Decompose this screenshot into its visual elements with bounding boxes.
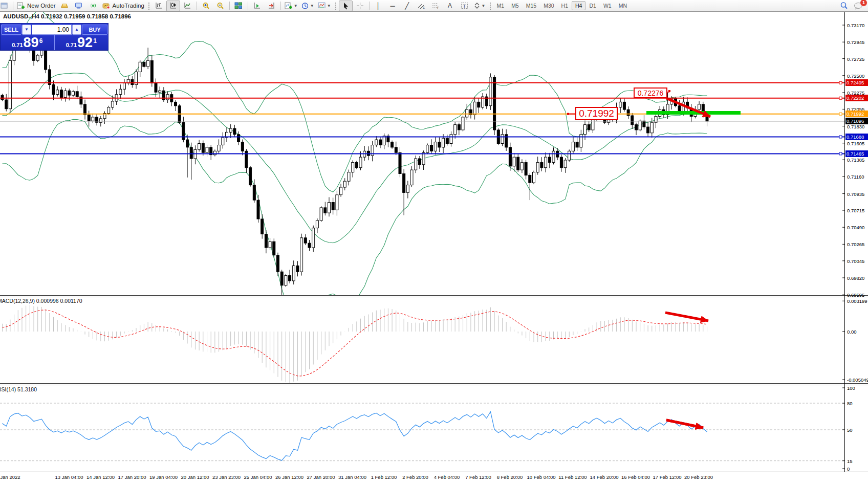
ask-price[interactable]: 0.71 92 1 [54, 35, 108, 50]
bid-price-main: 89 [24, 36, 39, 50]
chart-canvas[interactable] [0, 0, 868, 484]
volume-increase-button[interactable]: ▲ [72, 25, 81, 35]
toolbar-drag-handle[interactable] [335, 2, 337, 10]
time-tick: 14 Jan 12:00 [86, 474, 115, 480]
price-badge: 0.71992 [845, 111, 868, 117]
price-badge: 0.71896 [845, 118, 868, 124]
timeframe-h4[interactable]: H4 [572, 1, 585, 10]
bid-price-pip: 6 [39, 37, 43, 45]
caret-icon: ▼ [327, 4, 331, 8]
macd-tick: -0.005049 [847, 377, 867, 383]
timeframe-m1[interactable]: M1 [493, 1, 508, 10]
new-order-icon [17, 2, 25, 10]
time-tick: 8 Feb 20:00 [497, 474, 523, 480]
zoom-out-icon[interactable] [213, 1, 227, 11]
price-tick: 0.71605 [847, 141, 867, 146]
toolbar-drag-handle[interactable] [489, 2, 491, 10]
price-tick: 0.71385 [847, 157, 867, 163]
candlestick-chart-icon[interactable] [166, 1, 180, 11]
templates-dropdown[interactable]: ▼ [316, 1, 333, 11]
time-tick: 7 Feb 12:00 [465, 474, 491, 480]
price-axis[interactable] [844, 12, 845, 472]
price-tick: 0.72725 [847, 56, 867, 62]
trendline-icon[interactable]: ╱ [400, 1, 414, 11]
time-tick: 31 Jan 04:00 [338, 474, 366, 480]
subwindow-separator[interactable] [0, 383, 868, 385]
autotrading-icon [102, 3, 111, 9]
time-axis[interactable] [0, 472, 868, 472]
divider [13, 2, 13, 10]
buy-button[interactable]: BUY [82, 25, 107, 35]
toolbar-drag-handle[interactable] [148, 2, 150, 10]
subwindow-separator[interactable] [0, 295, 868, 297]
timeframe-d1[interactable]: D1 [585, 1, 599, 10]
tile-windows-icon[interactable] [232, 1, 246, 11]
time-tick: 20 Jan 12:00 [181, 474, 209, 480]
fibonacci-icon[interactable]: F [429, 1, 443, 11]
chart-window-icon[interactable] [0, 1, 11, 11]
volume-decrease-button[interactable]: ▼ [22, 25, 31, 35]
text-icon[interactable]: A [443, 1, 457, 11]
arrows-dropdown[interactable]: ▼ [472, 1, 487, 11]
divider [280, 2, 281, 10]
caret-icon: ▼ [482, 4, 486, 8]
bar-chart-icon[interactable] [152, 1, 166, 11]
price-badge: 0.72405 [845, 79, 868, 86]
time-tick: 11 Feb 12:00 [558, 474, 587, 480]
svg-text:F: F [437, 6, 439, 9]
auto-scroll-icon[interactable] [250, 1, 264, 11]
horizontal-line-icon[interactable]: ─ [386, 1, 400, 11]
metaeditor-icon[interactable] [72, 1, 86, 11]
autotrading-button[interactable]: AutoTrading [101, 1, 146, 11]
crosshair-icon[interactable] [353, 1, 367, 11]
timeframe-w1[interactable]: W1 [600, 1, 615, 10]
time-tick: 17 Jan 20:00 [118, 474, 146, 480]
signals-icon[interactable] [86, 1, 100, 11]
price-badge: 0.72202 [845, 95, 868, 101]
new-order-label: New Order [27, 3, 56, 9]
text-label-icon[interactable]: T [458, 1, 471, 11]
time-tick: 25 Jan 04:00 [244, 474, 272, 480]
rsi-tick: 80 [847, 401, 867, 406]
price-tick: 0.73170 [847, 23, 867, 28]
timeframe-m15[interactable]: M15 [523, 1, 540, 10]
timeframe-mn[interactable]: MN [615, 1, 631, 10]
deposit-icon[interactable] [58, 1, 72, 11]
price-tick: 0.72945 [847, 39, 867, 45]
timeframe-m30[interactable]: M30 [540, 1, 557, 10]
time-tick: 1 Feb 12:00 [371, 474, 397, 480]
chart-shift-icon[interactable] [265, 1, 278, 11]
price-tick: 0.70715 [847, 208, 867, 213]
price-tick: 0.70265 [847, 241, 867, 247]
caret-icon: ▼ [310, 4, 314, 8]
bid-price[interactable]: 0.71 89 6 [1, 35, 54, 50]
line-chart-icon[interactable] [181, 1, 194, 11]
sell-button[interactable]: SELL [1, 25, 21, 35]
price-tick: 0.72500 [847, 73, 867, 79]
time-tick: 19 Jan 04:00 [149, 474, 178, 480]
divider [369, 2, 370, 10]
cursor-icon[interactable] [339, 1, 353, 11]
rsi-indicator-label: RSI(14) 51.3180 [0, 386, 37, 392]
macd-indicator-label: MACD(12,26,9) 0.000996 0.001170 [0, 298, 82, 304]
zoom-in-icon[interactable] [199, 1, 213, 11]
resistance-annotation[interactable]: 0.72276 [634, 87, 667, 98]
equidistant-channel-icon[interactable]: E [415, 1, 428, 11]
search-icon[interactable] [837, 1, 851, 11]
price-badge: 0.71465 [845, 150, 868, 157]
divider [197, 2, 197, 10]
periods-dropdown[interactable]: ▼ [300, 1, 316, 11]
volume-input[interactable]: 1.00 [32, 25, 72, 35]
vertical-line-icon[interactable]: │ [372, 1, 385, 11]
new-order-button[interactable]: New Order [15, 1, 57, 11]
indicators-dropdown[interactable]: ▼ [283, 1, 299, 11]
timeframe-h1[interactable]: H1 [558, 1, 572, 10]
timeframe-m5[interactable]: M5 [508, 1, 523, 10]
rsi-tick: 100 [847, 385, 867, 391]
toolbar: New Order AutoTrading [0, 0, 868, 12]
notifications-icon[interactable]: 1 [851, 1, 865, 11]
support-annotation[interactable]: 0.71992 [575, 107, 618, 120]
bid-price-prefix: 0.71 [12, 42, 23, 48]
mt4-window: New Order AutoTrading [0, 0, 868, 484]
ask-price-pip: 1 [93, 37, 97, 45]
